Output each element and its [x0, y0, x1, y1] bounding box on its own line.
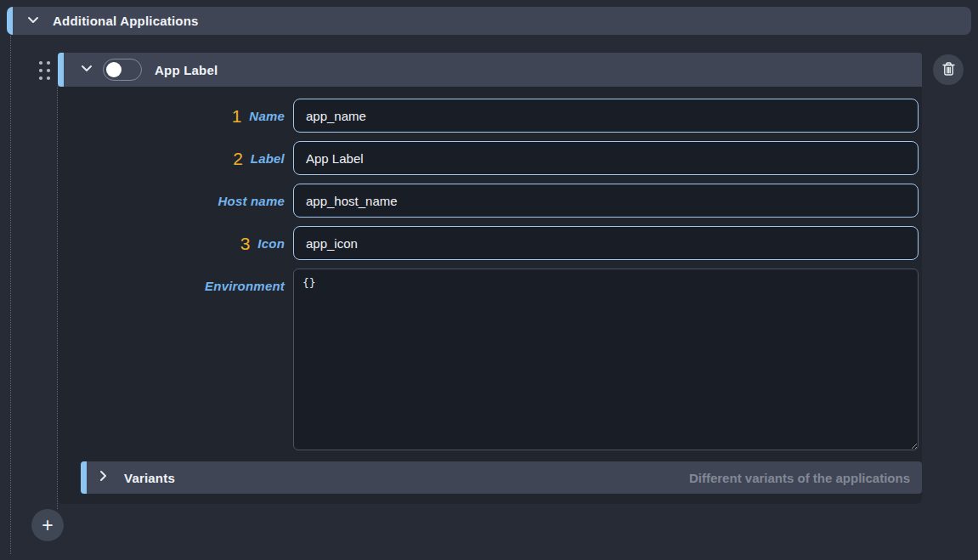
chevron-right-icon [96, 469, 110, 486]
field-label: Environment [58, 269, 285, 303]
environment-textarea[interactable]: {} [293, 269, 919, 450]
chevron-down-icon [26, 13, 40, 30]
field-label-host-name: Host name [218, 194, 285, 208]
label-input[interactable] [293, 141, 919, 175]
field-row-host-name: Host name [58, 184, 922, 218]
plus-icon: + [42, 516, 53, 535]
field-row-label: 2 Label [58, 141, 922, 175]
icon-input[interactable] [293, 226, 919, 260]
variants-title: Variants [124, 471, 175, 485]
delete-button[interactable] [933, 54, 964, 85]
field-row-name: 1 Name [58, 99, 922, 133]
card-header-app-label[interactable]: App Label [58, 53, 922, 87]
tree-guide-line-outer [10, 36, 11, 554]
name-input[interactable] [293, 99, 919, 133]
field-label-environment: Environment [205, 279, 285, 293]
field-label-label: Label [251, 151, 285, 166]
field-label: 2 Label [58, 141, 285, 175]
section-header-additional-applications[interactable]: Additional Applications [7, 7, 971, 35]
accent-bar [81, 461, 87, 494]
host-name-input[interactable] [293, 184, 919, 218]
field-label-name: Name [249, 109, 285, 123]
drag-handle-icon[interactable] [36, 59, 56, 82]
variants-section-header[interactable]: Variants Different variants of the appli… [81, 461, 922, 494]
section-title: Additional Applications [53, 14, 199, 28]
annotation-number: 1 [232, 107, 242, 125]
variants-hint: Different variants of the applications [689, 471, 910, 485]
card-title: App Label [155, 63, 218, 77]
annotation-number: 2 [233, 150, 243, 167]
chevron-down-icon[interactable] [80, 61, 93, 78]
field-row-icon: 3 Icon [58, 226, 922, 260]
annotation-number: 3 [240, 235, 251, 252]
field-label: 3 Icon [58, 226, 285, 260]
field-label-icon: Icon [257, 236, 285, 251]
field-label: Host name [58, 184, 285, 218]
accent-bar [7, 7, 13, 35]
field-label: 1 Name [58, 99, 285, 133]
enable-toggle[interactable] [103, 59, 142, 81]
app-config-page: Additional Applications App Label [0, 0, 978, 560]
add-application-button[interactable]: + [31, 509, 64, 541]
toggle-knob [106, 62, 122, 77]
card-content: 1 Name 2 Label Host name 3 Icon [58, 87, 922, 504]
accent-bar [58, 53, 64, 87]
trash-icon [941, 61, 956, 79]
